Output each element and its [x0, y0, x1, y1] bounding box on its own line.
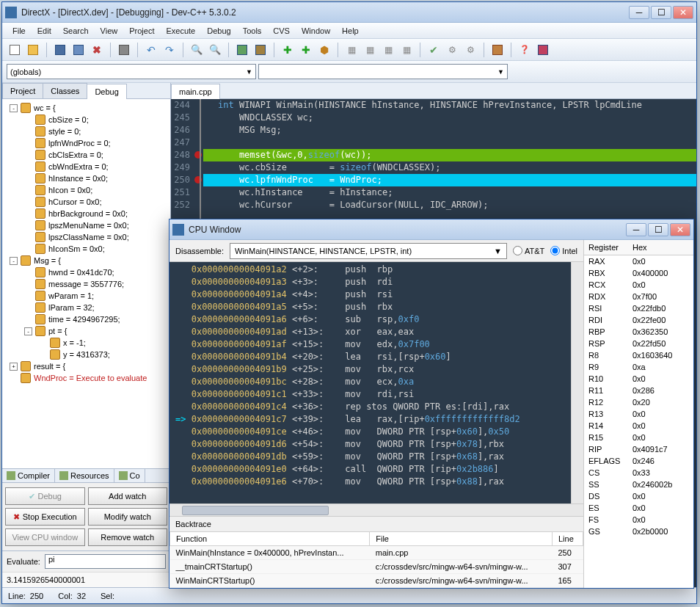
menu-window[interactable]: Window	[296, 25, 336, 37]
register-row[interactable]: RBX0x400000	[584, 267, 693, 279]
disasm-scrollbar-v[interactable]	[571, 262, 583, 504]
register-row[interactable]: RBP0x362350	[584, 326, 693, 338]
register-row[interactable]: RIP0x4091c7	[584, 443, 693, 455]
grid4-button[interactable]: ▦	[398, 42, 415, 58]
bt-col[interactable]: Line	[552, 532, 583, 546]
gear2-button[interactable]: ⚙	[462, 42, 478, 58]
minimize-button[interactable]: ─	[629, 6, 649, 19]
code-line[interactable]: wc.lpfnWndProc = WndProc;	[203, 174, 696, 186]
check-button[interactable]: ✔	[426, 42, 442, 58]
tree-item[interactable]: wParam = 1;	[5, 290, 167, 302]
output-tab-co[interactable]: Co	[114, 469, 145, 482]
register-row[interactable]: R150x0	[584, 432, 693, 443]
cpu-titlebar[interactable]: CPU Window ─ ☐ ✕	[169, 219, 693, 240]
register-row[interactable]: R80x1603640	[584, 349, 693, 361]
run-button[interactable]	[252, 42, 269, 58]
tree-item[interactable]: cbSize = 0;	[5, 114, 167, 126]
tree-item[interactable]: cbWndExtra = 0;	[5, 161, 167, 172]
tree-item[interactable]: time = 4294967295;	[5, 313, 167, 325]
add-watch-button[interactable]: Add watch	[88, 487, 168, 505]
close-button[interactable]: ✕	[673, 6, 693, 19]
disasm-line[interactable]: 0x00000000004091a4 <+4>: push rsi	[169, 288, 571, 301]
grid3-button[interactable]: ▦	[380, 42, 396, 58]
tree-item[interactable]: lpszClassName = 0x0;	[5, 231, 167, 243]
code-line[interactable]: wc.hCursor = LoadCursor(NULL, IDC_ARROW)…	[203, 199, 696, 211]
radio-att[interactable]: AT&T	[513, 246, 544, 255]
tree-item[interactable]: lpszMenuName = 0x0;	[5, 219, 167, 231]
tree-item[interactable]: hInstance = 0x0;	[5, 172, 167, 184]
cpu-minimize-button[interactable]: ─	[626, 223, 646, 236]
tree-item[interactable]: lParam = 32;	[5, 302, 167, 313]
code-line[interactable]: wc.hInstance = hInstance;	[203, 186, 696, 199]
disasm-scrollbar-h[interactable]	[169, 504, 583, 516]
disasm-line[interactable]: 0x00000000004091d6 <+54>: mov QWORD PTR …	[169, 438, 571, 451]
menu-search[interactable]: Search	[57, 25, 95, 37]
bt-col[interactable]: Function	[170, 532, 370, 546]
register-row[interactable]: RSP0x22fd50	[584, 338, 693, 349]
register-row[interactable]: RSI0x22fdb0	[584, 302, 693, 314]
bt-row[interactable]: WinMain(hInstance = 0x400000, hPrevInsta…	[170, 546, 583, 560]
menu-help[interactable]: Help	[336, 25, 365, 37]
disasm-line[interactable]: 0x00000000004091af <+15>: mov edx,0x7f00	[169, 338, 571, 351]
modify-watch-button[interactable]: Modify watch	[88, 508, 168, 526]
tree-item[interactable]: -wc = {	[5, 102, 167, 114]
bt-row[interactable]: WinMainCRTStartup()c:/crossdev/src/mingw…	[170, 574, 583, 588]
disassemble-combo[interactable]: WinMain(HINSTANCE, HINSTANCE, LPSTR, int…	[230, 243, 507, 259]
tree-item[interactable]: hIcon = 0x0;	[5, 184, 167, 196]
register-row[interactable]: SS0x246002b	[584, 479, 693, 490]
code-line[interactable]	[203, 137, 696, 149]
print-button[interactable]	[116, 42, 132, 58]
help-button[interactable]: ❓	[517, 42, 533, 58]
register-row[interactable]: DS0x0	[584, 490, 693, 502]
save-button[interactable]	[52, 42, 68, 58]
tree-item[interactable]: y = 4316373;	[5, 349, 167, 360]
register-row[interactable]: ES0x0	[584, 502, 693, 514]
register-row[interactable]: R90xa	[584, 361, 693, 373]
editor-tab-main[interactable]: main.cpp	[171, 84, 220, 99]
menu-file[interactable]: File	[7, 25, 32, 37]
disasm-line[interactable]: 0x00000000004091a5 <+5>: push rbx	[169, 301, 571, 313]
register-row[interactable]: R120x20	[584, 396, 693, 408]
disasm-line[interactable]: 0x00000000004091a3 <+3>: push rdi	[169, 276, 571, 288]
tree-item[interactable]: hwnd = 0x41dc70;	[5, 266, 167, 278]
disasm-line[interactable]: 0x00000000004091ce <+46>: mov DWORD PTR …	[169, 426, 571, 438]
debug-button[interactable]: ✔Debug	[5, 487, 85, 505]
code-line[interactable]: memset(&wc,0,sizeof(wc));	[203, 149, 696, 161]
open-button[interactable]	[25, 42, 41, 58]
closefile-button[interactable]: ✖	[89, 42, 105, 58]
menu-cvs[interactable]: CVS	[267, 25, 296, 37]
tree-item[interactable]: message = 3557776;	[5, 278, 167, 290]
scope-combo[interactable]: (globals)▼	[7, 64, 256, 79]
disasm-line[interactable]: 0x00000000004091ad <+13>: xor eax,eax	[169, 326, 571, 338]
code-line[interactable]: MSG Msg;	[203, 124, 696, 137]
disasm-line[interactable]: => 0x00000000004091c7 <+39>: lea rax,[ri…	[169, 413, 571, 426]
tree-item[interactable]: style = 0;	[5, 126, 167, 137]
tree-item[interactable]: +result = {	[5, 360, 167, 372]
disasm-line[interactable]: 0x00000000004091bc <+28>: mov ecx,0xa	[169, 376, 571, 388]
register-row[interactable]: RCX0x0	[584, 279, 693, 291]
expand-icon[interactable]: +	[10, 363, 18, 371]
collapse-icon[interactable]: -	[10, 104, 18, 112]
radio-intel[interactable]: Intel	[550, 246, 577, 255]
cpu-close-button[interactable]: ✕	[670, 223, 690, 236]
disasm-line[interactable]: 0x00000000004091e0 <+64>: call QWORD PTR…	[169, 463, 571, 476]
register-row[interactable]: RDX0x7f00	[584, 291, 693, 302]
titlebar[interactable]: DirectX - [DirectX.dev] - [Debugging] - …	[2, 2, 696, 23]
menu-edit[interactable]: Edit	[32, 25, 57, 37]
menu-tools[interactable]: Tools	[237, 25, 268, 37]
maximize-button[interactable]: ☐	[651, 6, 671, 19]
register-row[interactable]: EFLAGS0x246	[584, 455, 693, 467]
disasm-line[interactable]: 0x00000000004091a2 <+2>: push rbp	[169, 263, 571, 276]
view-cpu-button[interactable]: View CPU window	[5, 528, 85, 546]
output-tab-compiler[interactable]: Compiler	[2, 469, 55, 482]
about-button[interactable]	[535, 42, 551, 58]
disasm-line[interactable]: 0x00000000004091db <+59>: mov QWORD PTR …	[169, 451, 571, 463]
menu-debug[interactable]: Debug	[201, 25, 236, 37]
tree-item[interactable]: hIconSm = 0x0;	[5, 243, 167, 255]
cpu-maximize-button[interactable]: ☐	[648, 223, 668, 236]
disasm-line[interactable]: 0x00000000004091b4 <+20>: lea rsi,[rsp+0…	[169, 351, 571, 363]
remove-button[interactable]: ✚	[298, 42, 314, 58]
undo-button[interactable]: ↶	[143, 42, 159, 58]
tree-item[interactable]: hCursor = 0x0;	[5, 196, 167, 208]
menu-execute[interactable]: Execute	[160, 25, 201, 37]
